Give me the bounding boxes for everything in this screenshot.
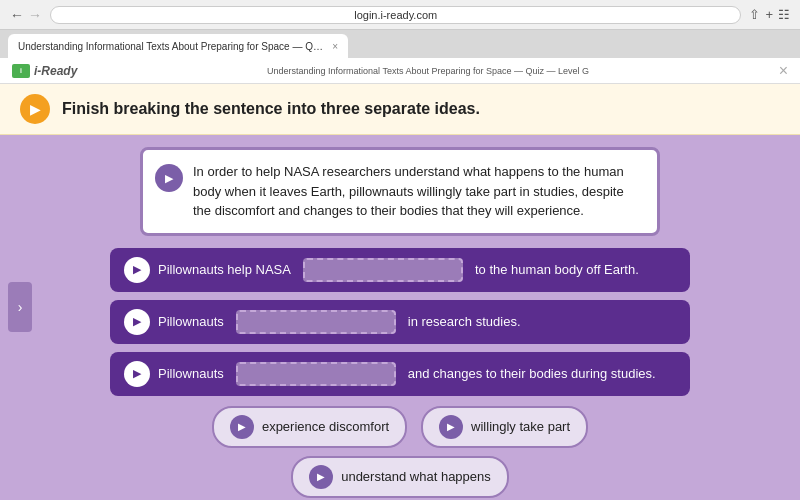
app-title: Understanding Informational Texts About … <box>267 66 589 76</box>
sentence-1-speaker-button[interactable]: ▶ <box>124 257 150 283</box>
sentence-1-suffix: to the human body off Earth. <box>475 262 639 277</box>
url-text: login.i-ready.com <box>354 9 437 21</box>
tab-bar: Understanding Informational Texts About … <box>0 30 800 58</box>
passage-text: In order to help NASA researchers unders… <box>193 162 639 221</box>
answer-row-1: ▶ experience discomfort ▶ willingly take… <box>212 406 588 448</box>
logo-text: i-Ready <box>34 64 77 78</box>
sentence-1-speaker-icon: ▶ <box>133 263 141 276</box>
side-arrow-button[interactable]: › <box>8 282 32 332</box>
sentence-2-suffix: in research studies. <box>408 314 521 329</box>
app-logo: i i-Ready <box>12 64 77 78</box>
sentence-items: ▶ Pillownauts help NASA to the human bod… <box>110 248 690 396</box>
extensions-button[interactable]: ☷ <box>778 7 790 22</box>
sentence-1-blank[interactable] <box>303 258 463 282</box>
text-passage: ▶ In order to help NASA researchers unde… <box>140 147 660 236</box>
chip-2-speaker-button[interactable]: ▶ <box>439 415 463 439</box>
answer-row-2: ▶ understand what happens <box>291 456 509 498</box>
back-button[interactable]: ← <box>10 7 24 23</box>
sentence-3-suffix: and changes to their bodies during studi… <box>408 366 656 381</box>
speaker-icon: ▶ <box>30 101 41 117</box>
browser-nav: ← → <box>10 7 42 23</box>
sentence-2-speaker-icon: ▶ <box>133 315 141 328</box>
header-speaker-button[interactable]: ▶ <box>20 94 50 124</box>
chip-1-label: experience discomfort <box>262 419 389 434</box>
sentence-3-blank[interactable] <box>236 362 396 386</box>
browser-actions: ⇧ + ☷ <box>749 7 790 22</box>
active-tab[interactable]: Understanding Informational Texts About … <box>8 34 348 58</box>
sentence-3-speaker-icon: ▶ <box>133 367 141 380</box>
quiz-header: ▶ Finish breaking the sentence into thre… <box>0 84 800 135</box>
answer-chip-2[interactable]: ▶ willingly take part <box>421 406 588 448</box>
sentence-row-3: ▶ Pillownauts and changes to their bodie… <box>110 352 690 396</box>
app-header: i i-Ready Understanding Informational Te… <box>0 58 800 84</box>
chip-3-speaker-button[interactable]: ▶ <box>309 465 333 489</box>
sentence-2-speaker-button[interactable]: ▶ <box>124 309 150 335</box>
logo-icon: i <box>12 64 30 78</box>
app-container: i i-Ready Understanding Informational Te… <box>0 58 800 500</box>
sentence-2-blank[interactable] <box>236 310 396 334</box>
sentence-3-prefix: Pillownauts <box>158 366 224 381</box>
sentence-1-prefix: Pillownauts help NASA <box>158 262 291 277</box>
answer-chip-1[interactable]: ▶ experience discomfort <box>212 406 407 448</box>
sentence-row-2: ▶ Pillownauts in research studies. <box>110 300 690 344</box>
close-button[interactable]: × <box>779 62 788 80</box>
chip-3-speaker-icon: ▶ <box>317 471 325 482</box>
new-tab-button[interactable]: + <box>765 7 773 22</box>
browser-chrome: ← → login.i-ready.com ⇧ + ☷ <box>0 0 800 30</box>
tab-label: Understanding Informational Texts About … <box>18 41 327 52</box>
forward-button[interactable]: → <box>28 7 42 23</box>
chip-2-speaker-icon: ▶ <box>447 421 455 432</box>
tab-close-icon[interactable]: × <box>332 41 338 52</box>
chip-1-speaker-icon: ▶ <box>238 421 246 432</box>
answer-chip-3[interactable]: ▶ understand what happens <box>291 456 509 498</box>
share-button[interactable]: ⇧ <box>749 7 760 22</box>
passage-speaker-button[interactable]: ▶ <box>155 164 183 192</box>
passage-speaker-icon: ▶ <box>165 172 173 185</box>
sentence-row-1: ▶ Pillownauts help NASA to the human bod… <box>110 248 690 292</box>
chip-1-speaker-button[interactable]: ▶ <box>230 415 254 439</box>
chip-2-label: willingly take part <box>471 419 570 434</box>
answer-options: ▶ experience discomfort ▶ willingly take… <box>212 396 588 501</box>
quiz-question: Finish breaking the sentence into three … <box>62 100 480 118</box>
chip-3-label: understand what happens <box>341 469 491 484</box>
url-bar[interactable]: login.i-ready.com <box>50 6 741 24</box>
sentence-2-prefix: Pillownauts <box>158 314 224 329</box>
main-content: › ▶ In order to help NASA researchers un… <box>0 135 800 500</box>
sentence-3-speaker-button[interactable]: ▶ <box>124 361 150 387</box>
